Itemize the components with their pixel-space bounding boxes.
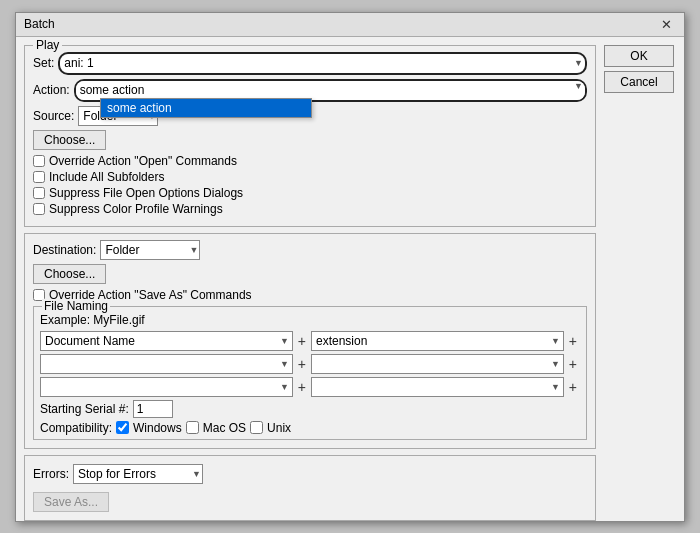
serial-input[interactable] xyxy=(133,400,173,418)
destination-row: Destination: Folder ▼ xyxy=(33,240,587,260)
checkbox-subfolders-label: Include All Subfolders xyxy=(49,170,164,184)
naming-row2-left-wrapper: ▼ xyxy=(40,354,293,374)
serial-label: Starting Serial #: xyxy=(40,402,129,416)
errors-select[interactable]: Stop for Errors xyxy=(73,464,203,484)
naming-row1-left-select[interactable]: Document Name xyxy=(40,331,293,351)
naming-row2-right-select[interactable] xyxy=(311,354,564,374)
main-content: Play Set: ani: 1 ▼ Action: xyxy=(24,45,596,513)
naming-row3-right-select[interactable] xyxy=(311,377,564,397)
checkbox-suppress-color-label: Suppress Color Profile Warnings xyxy=(49,202,223,216)
set-row: Set: ani: 1 ▼ xyxy=(33,52,587,75)
checkbox-suppress-color-input[interactable] xyxy=(33,203,45,215)
compat-macos-label: Mac OS xyxy=(203,421,246,435)
checkbox-override-open: Override Action "Open" Commands xyxy=(33,154,587,168)
naming-row3-right-plus: + xyxy=(566,379,580,395)
naming-row1-left-wrapper: Document Name ▼ xyxy=(40,331,293,351)
dest-choose-wrapper: Choose... xyxy=(33,264,587,284)
action-dropdown-open: some action xyxy=(100,98,312,118)
batch-dialog: Batch ✕ Play Set: ani: 1 ▼ xyxy=(15,12,685,522)
dialog-body: Play Set: ani: 1 ▼ Action: xyxy=(16,37,684,521)
cancel-button[interactable]: Cancel xyxy=(604,71,674,93)
compat-label: Compatibility: xyxy=(40,421,112,435)
set-select[interactable]: ani: 1 xyxy=(60,54,585,73)
naming-row1-plus: + xyxy=(295,333,309,349)
title-bar: Batch ✕ xyxy=(16,13,684,37)
checkbox-subfolders: Include All Subfolders xyxy=(33,170,587,184)
naming-row2-plus: + xyxy=(295,356,309,372)
naming-row2-left-select[interactable] xyxy=(40,354,293,374)
naming-row-2: ▼ + ▼ + xyxy=(40,354,580,374)
set-label: Set: xyxy=(33,56,54,70)
compat-macos-checkbox[interactable] xyxy=(186,421,199,434)
save-as-button[interactable]: Save As... xyxy=(33,492,109,512)
naming-row1-right-select[interactable]: extension xyxy=(311,331,564,351)
destination-group: Destination: Folder ▼ Choose... Overrid xyxy=(24,233,596,449)
errors-row: Errors: Stop for Errors ▼ xyxy=(33,464,587,484)
naming-row3-right-wrapper: ▼ xyxy=(311,377,564,397)
compat-row: Compatibility: Windows Mac OS Unix xyxy=(40,421,580,435)
save-as-wrapper: Save As... xyxy=(33,488,587,512)
naming-row1-right-plus: + xyxy=(566,333,580,349)
play-group-label: Play xyxy=(33,38,62,52)
action-row: Action: some action ▼ some action xyxy=(33,79,587,102)
naming-row-3: ▼ + ▼ + xyxy=(40,377,580,397)
ok-button[interactable]: OK xyxy=(604,45,674,67)
action-label: Action: xyxy=(33,83,70,97)
naming-row1-right-wrapper: extension ▼ xyxy=(311,331,564,351)
compat-windows-checkbox[interactable] xyxy=(116,421,129,434)
choose-wrapper: Choose... xyxy=(33,130,587,150)
dropdown-item-0[interactable]: some action xyxy=(101,99,311,117)
checkbox-suppress-open: Suppress File Open Options Dialogs xyxy=(33,186,587,200)
naming-row2-right-plus: + xyxy=(566,356,580,372)
source-label: Source: xyxy=(33,109,74,123)
example-label: Example: MyFile.gif xyxy=(40,313,580,327)
checkbox-suppress-color: Suppress Color Profile Warnings xyxy=(33,202,587,216)
naming-row3-left-select[interactable] xyxy=(40,377,293,397)
naming-row2-right-wrapper: ▼ xyxy=(311,354,564,374)
naming-row3-plus: + xyxy=(295,379,309,395)
compat-windows-label: Windows xyxy=(133,421,182,435)
errors-label: Errors: xyxy=(33,467,69,481)
naming-row3-left-wrapper: ▼ xyxy=(40,377,293,397)
dest-select-wrapper: Folder ▼ xyxy=(100,240,200,260)
errors-select-wrapper: Stop for Errors ▼ xyxy=(73,464,203,484)
compat-unix-label: Unix xyxy=(267,421,291,435)
checkbox-override-save: Override Action "Save As" Commands xyxy=(33,288,587,302)
destination-label: Destination: xyxy=(33,243,96,257)
serial-row: Starting Serial #: xyxy=(40,400,580,418)
errors-group: Errors: Stop for Errors ▼ Save As... xyxy=(24,455,596,521)
dest-select[interactable]: Folder xyxy=(100,240,200,260)
play-group: Play Set: ani: 1 ▼ Action: xyxy=(24,45,596,227)
file-naming-label: File Naming xyxy=(42,299,110,313)
compat-unix-checkbox[interactable] xyxy=(250,421,263,434)
set-select-wrapper: ani: 1 ▼ xyxy=(58,52,587,75)
checkbox-subfolders-input[interactable] xyxy=(33,171,45,183)
dest-choose-button[interactable]: Choose... xyxy=(33,264,106,284)
side-buttons: OK Cancel xyxy=(604,45,676,513)
dialog-title: Batch xyxy=(24,17,55,31)
checkbox-override-open-input[interactable] xyxy=(33,155,45,167)
play-choose-button[interactable]: Choose... xyxy=(33,130,106,150)
checkbox-override-open-label: Override Action "Open" Commands xyxy=(49,154,237,168)
checkbox-suppress-open-input[interactable] xyxy=(33,187,45,199)
close-button[interactable]: ✕ xyxy=(657,17,676,32)
checkbox-suppress-open-label: Suppress File Open Options Dialogs xyxy=(49,186,243,200)
file-naming-section: File Naming Example: MyFile.gif Document… xyxy=(33,306,587,440)
naming-row-1: Document Name ▼ + extension ▼ + xyxy=(40,331,580,351)
